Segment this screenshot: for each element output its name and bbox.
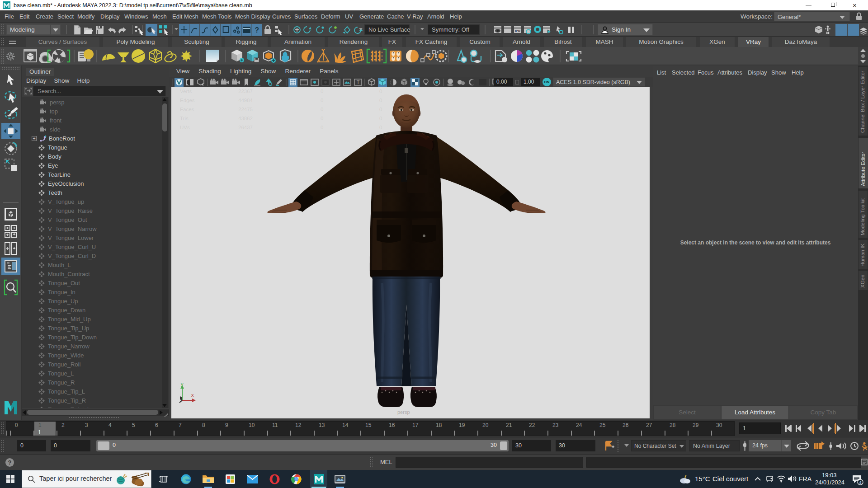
svg-text:4: 4 <box>859 480 861 485</box>
svg-text:?: ? <box>255 25 259 34</box>
svg-text:y: y <box>181 382 184 387</box>
svg-text:x: x <box>191 392 194 398</box>
svg-text:T: T <box>357 80 360 85</box>
svg-text:IPR: IPR <box>515 29 520 33</box>
